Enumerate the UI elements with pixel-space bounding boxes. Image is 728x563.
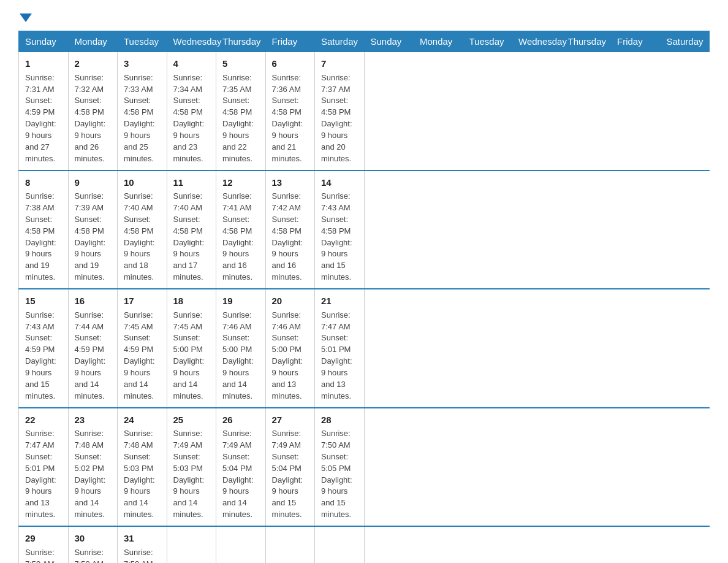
column-header-thursday: Thursday xyxy=(561,31,611,52)
calendar-cell xyxy=(265,526,315,563)
day-number: 28 xyxy=(321,413,358,427)
header-wednesday: Wednesday xyxy=(167,31,216,52)
calendar-cell: 25Sunrise: 7:49 AMSunset: 5:03 PMDayligh… xyxy=(167,408,216,527)
day-number: 7 xyxy=(321,57,358,71)
day-number: 25 xyxy=(173,413,210,427)
day-info: Sunrise: 7:50 AMSunset: 5:07 PMDaylight:… xyxy=(124,548,155,563)
day-info: Sunrise: 7:44 AMSunset: 4:59 PMDaylight:… xyxy=(75,310,106,400)
day-number: 14 xyxy=(321,176,358,190)
calendar-cell: 5Sunrise: 7:35 AMSunset: 4:58 PMDaylight… xyxy=(216,52,266,170)
calendar-cell: 8Sunrise: 7:38 AMSunset: 4:58 PMDaylight… xyxy=(19,170,69,289)
calendar-cell xyxy=(167,526,216,563)
calendar-week-row: 8Sunrise: 7:38 AMSunset: 4:58 PMDaylight… xyxy=(19,170,710,289)
calendar-week-row: 1Sunrise: 7:31 AMSunset: 4:59 PMDaylight… xyxy=(19,52,710,170)
calendar-cell: 16Sunrise: 7:44 AMSunset: 4:59 PMDayligh… xyxy=(68,289,118,408)
header-sunday: Sunday xyxy=(19,31,69,52)
column-header-monday: Monday xyxy=(414,31,463,52)
calendar-cell: 21Sunrise: 7:47 AMSunset: 5:01 PMDayligh… xyxy=(315,289,365,408)
day-number: 27 xyxy=(272,413,309,427)
calendar-cell: 28Sunrise: 7:50 AMSunset: 5:05 PMDayligh… xyxy=(315,408,365,527)
day-info: Sunrise: 7:50 AMSunset: 5:06 PMDaylight:… xyxy=(25,548,56,563)
day-info: Sunrise: 7:47 AMSunset: 5:01 PMDaylight:… xyxy=(321,310,352,400)
day-info: Sunrise: 7:40 AMSunset: 4:58 PMDaylight:… xyxy=(124,191,155,282)
day-number: 17 xyxy=(124,294,161,308)
calendar-cell: 9Sunrise: 7:39 AMSunset: 4:58 PMDaylight… xyxy=(68,170,118,289)
header-monday: Monday xyxy=(68,31,118,52)
day-info: Sunrise: 7:31 AMSunset: 4:59 PMDaylight:… xyxy=(25,73,56,163)
calendar-cell: 11Sunrise: 7:40 AMSunset: 4:58 PMDayligh… xyxy=(167,170,216,289)
day-info: Sunrise: 7:45 AMSunset: 4:59 PMDaylight:… xyxy=(124,310,155,400)
calendar-cell: 4Sunrise: 7:34 AMSunset: 4:58 PMDaylight… xyxy=(167,52,216,170)
day-info: Sunrise: 7:37 AMSunset: 4:58 PMDaylight:… xyxy=(321,73,352,163)
calendar-cell: 6Sunrise: 7:36 AMSunset: 4:58 PMDaylight… xyxy=(265,52,315,170)
calendar-cell: 10Sunrise: 7:40 AMSunset: 4:58 PMDayligh… xyxy=(118,170,167,289)
calendar-cell: 15Sunrise: 7:43 AMSunset: 4:59 PMDayligh… xyxy=(19,289,69,408)
day-number: 30 xyxy=(75,532,112,545)
calendar-cell: 27Sunrise: 7:49 AMSunset: 5:04 PMDayligh… xyxy=(265,408,315,527)
day-number: 3 xyxy=(124,57,161,71)
day-number: 26 xyxy=(222,413,259,427)
day-number: 8 xyxy=(25,176,62,190)
calendar-cell: 20Sunrise: 7:46 AMSunset: 5:00 PMDayligh… xyxy=(265,289,315,408)
day-number: 10 xyxy=(124,176,161,190)
day-info: Sunrise: 7:40 AMSunset: 4:58 PMDaylight:… xyxy=(173,191,205,282)
day-info: Sunrise: 7:39 AMSunset: 4:58 PMDaylight:… xyxy=(75,191,106,282)
day-number: 4 xyxy=(173,57,210,71)
day-number: 9 xyxy=(75,176,112,190)
day-number: 18 xyxy=(173,294,210,308)
calendar-cell: 19Sunrise: 7:46 AMSunset: 5:00 PMDayligh… xyxy=(216,289,266,408)
day-info: Sunrise: 7:49 AMSunset: 5:04 PMDaylight:… xyxy=(222,429,254,519)
day-info: Sunrise: 7:43 AMSunset: 4:58 PMDaylight:… xyxy=(321,191,352,282)
calendar-cell xyxy=(315,526,365,563)
day-info: Sunrise: 7:38 AMSunset: 4:58 PMDaylight:… xyxy=(25,191,56,282)
calendar-week-row: 15Sunrise: 7:43 AMSunset: 4:59 PMDayligh… xyxy=(19,289,710,408)
day-number: 22 xyxy=(25,413,62,427)
calendar-cell: 17Sunrise: 7:45 AMSunset: 4:59 PMDayligh… xyxy=(118,289,167,408)
day-info: Sunrise: 7:34 AMSunset: 4:58 PMDaylight:… xyxy=(173,73,205,163)
column-header-sunday: Sunday xyxy=(364,31,414,52)
day-number: 24 xyxy=(124,413,161,427)
calendar-cell: 3Sunrise: 7:33 AMSunset: 4:58 PMDaylight… xyxy=(118,52,167,170)
column-header-wednesday: Wednesday xyxy=(512,31,562,52)
calendar-cell: 12Sunrise: 7:41 AMSunset: 4:58 PMDayligh… xyxy=(216,170,266,289)
day-info: Sunrise: 7:46 AMSunset: 5:00 PMDaylight:… xyxy=(222,310,254,400)
day-number: 31 xyxy=(124,532,161,545)
calendar-cell: 26Sunrise: 7:49 AMSunset: 5:04 PMDayligh… xyxy=(216,408,266,527)
day-info: Sunrise: 7:33 AMSunset: 4:58 PMDaylight:… xyxy=(124,73,155,163)
day-info: Sunrise: 7:36 AMSunset: 4:58 PMDaylight:… xyxy=(272,73,303,163)
day-number: 23 xyxy=(75,413,112,427)
day-number: 2 xyxy=(75,57,112,71)
day-number: 21 xyxy=(321,294,358,308)
calendar-table: SundayMondayTuesdayWednesdayThursdayFrid… xyxy=(18,31,710,563)
day-number: 12 xyxy=(222,176,259,190)
calendar-cell: 24Sunrise: 7:48 AMSunset: 5:03 PMDayligh… xyxy=(118,408,167,527)
column-header-friday: Friday xyxy=(611,31,661,52)
day-number: 29 xyxy=(25,532,62,545)
day-info: Sunrise: 7:47 AMSunset: 5:01 PMDaylight:… xyxy=(25,429,56,519)
day-number: 16 xyxy=(75,294,112,308)
day-info: Sunrise: 7:50 AMSunset: 5:05 PMDaylight:… xyxy=(321,429,352,519)
day-number: 20 xyxy=(272,294,309,308)
calendar-header-row: SundayMondayTuesdayWednesdayThursdayFrid… xyxy=(19,31,710,52)
day-number: 15 xyxy=(25,294,62,308)
day-number: 6 xyxy=(272,57,309,71)
column-header-tuesday: Tuesday xyxy=(463,31,512,52)
calendar-cell: 23Sunrise: 7:48 AMSunset: 5:02 PMDayligh… xyxy=(68,408,118,527)
calendar-cell: 31Sunrise: 7:50 AMSunset: 5:07 PMDayligh… xyxy=(118,526,167,563)
header-saturday: Saturday xyxy=(315,31,365,52)
day-info: Sunrise: 7:49 AMSunset: 5:04 PMDaylight:… xyxy=(272,429,303,519)
header-thursday: Thursday xyxy=(216,31,266,52)
page-header xyxy=(18,12,710,20)
calendar-cell xyxy=(216,526,266,563)
calendar-cell: 30Sunrise: 7:50 AMSunset: 5:07 PMDayligh… xyxy=(68,526,118,563)
day-info: Sunrise: 7:50 AMSunset: 5:07 PMDaylight:… xyxy=(75,548,106,563)
calendar-cell: 13Sunrise: 7:42 AMSunset: 4:58 PMDayligh… xyxy=(265,170,315,289)
header-friday: Friday xyxy=(265,31,315,52)
day-info: Sunrise: 7:35 AMSunset: 4:58 PMDaylight:… xyxy=(222,73,254,163)
day-info: Sunrise: 7:45 AMSunset: 5:00 PMDaylight:… xyxy=(173,310,205,400)
calendar-cell: 29Sunrise: 7:50 AMSunset: 5:06 PMDayligh… xyxy=(19,526,69,563)
day-number: 19 xyxy=(222,294,259,308)
calendar-cell: 18Sunrise: 7:45 AMSunset: 5:00 PMDayligh… xyxy=(167,289,216,408)
day-info: Sunrise: 7:42 AMSunset: 4:58 PMDaylight:… xyxy=(272,191,303,282)
day-info: Sunrise: 7:43 AMSunset: 4:59 PMDaylight:… xyxy=(25,310,56,400)
